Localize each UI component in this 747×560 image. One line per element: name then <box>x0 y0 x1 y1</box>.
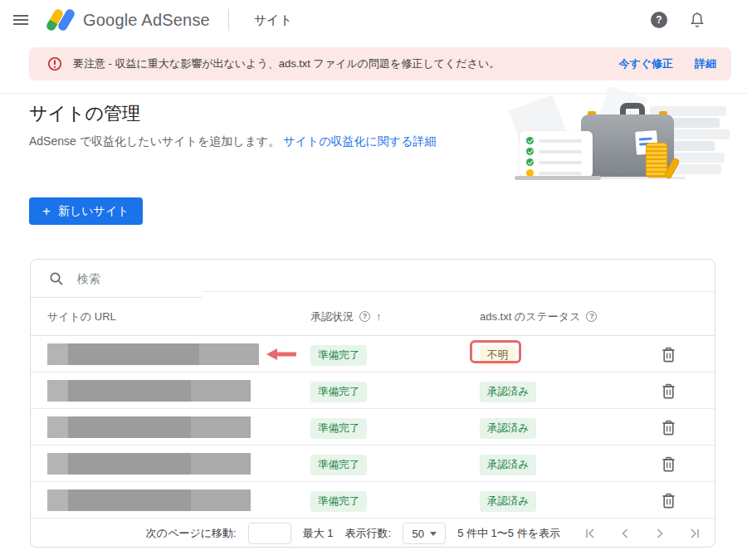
delete-site-button[interactable] <box>657 380 679 402</box>
redacted-url-block <box>47 489 251 511</box>
pagination-controls <box>582 525 703 542</box>
help-icon[interactable]: ? <box>651 12 667 28</box>
page-description-text: AdSense で収益化したいサイトを追加します。 <box>29 134 280 148</box>
column-header-url: サイトの URL <box>47 298 116 335</box>
notifications-bell-icon[interactable] <box>689 12 706 29</box>
annotation-arrow-icon <box>265 348 296 361</box>
sites-illustration <box>521 93 735 180</box>
search-input[interactable] <box>76 271 715 286</box>
trash-icon <box>662 420 676 436</box>
previous-page-button[interactable] <box>617 525 633 542</box>
warning-icon <box>47 56 62 71</box>
details-link[interactable]: 詳細 <box>695 56 716 71</box>
alert-message: 要注意 - 収益に重大な影響が出ないよう、ads.txt ファイルの問題を修正し… <box>73 56 500 71</box>
table-row: 準備完了 承認済み <box>31 482 715 519</box>
search-icon <box>49 271 64 286</box>
page-title: サイトの管理 <box>29 101 140 126</box>
table-row: 準備完了 承認済み <box>31 446 715 482</box>
trash-icon <box>662 493 676 509</box>
fix-now-link[interactable]: 今すぐ修正 <box>618 56 673 71</box>
table-search-row <box>31 260 715 298</box>
adstxt-status-chip: 承認済み <box>480 455 536 475</box>
coin-stack <box>646 143 667 178</box>
laptop-base <box>515 176 601 180</box>
column-help-icon[interactable]: ? <box>586 311 597 322</box>
delete-site-button[interactable] <box>657 416 679 438</box>
redacted-url-block <box>47 380 251 402</box>
pagination-range-label: 5 件中 1〜5 件を表示 <box>457 526 560 541</box>
adstxt-status-chip: 承認済み <box>480 418 536 439</box>
approval-status-chip: 準備完了 <box>310 418 367 439</box>
adstxt-alert-banner: 要注意 - 収益に重大な影響が出ないよう、ads.txt ファイルの問題を修正し… <box>29 47 731 80</box>
table-header-row: サイトの URL 承認状況 ? ↑ ads.txt のステータス ? <box>31 298 715 336</box>
approval-status-chip: 準備完了 <box>310 455 367 475</box>
delete-site-button[interactable] <box>657 489 679 511</box>
app-bar: Google AdSense サイト ? <box>0 0 747 40</box>
redacted-url-block <box>47 453 251 475</box>
redacted-url-block <box>47 416 251 438</box>
rows-per-page-label: 表示行数: <box>345 526 392 541</box>
table-footer: 次のページに移動: 最大 1 表示行数: 50 5 件中 1〜5 件を表示 <box>31 519 715 548</box>
redacted-url-block <box>47 343 259 365</box>
column-header-adstxt: ads.txt のステータス ? <box>480 298 597 335</box>
approval-status-chip: 準備完了 <box>310 491 367 512</box>
delete-site-button[interactable] <box>657 343 679 365</box>
monetization-help-link[interactable]: サイトの収益化に関する詳細 <box>283 134 436 148</box>
table-body: 準備完了 不明 準備完了 承認済み <box>31 336 715 519</box>
adstxt-status-chip: 承認済み <box>480 382 536 402</box>
trash-icon <box>662 383 676 399</box>
brand-title[interactable]: Google AdSense <box>83 11 210 30</box>
adsense-logo-icon[interactable] <box>46 7 75 32</box>
chevron-right-icon <box>653 527 666 540</box>
plus-icon: + <box>42 204 51 218</box>
trash-icon <box>662 456 676 472</box>
menu-icon[interactable] <box>13 15 28 25</box>
last-page-button[interactable] <box>686 525 703 542</box>
caret-down-icon <box>430 532 437 536</box>
next-page-button[interactable] <box>652 525 668 542</box>
goto-page-input[interactable] <box>248 523 291 544</box>
new-site-button-label: 新しいサイト <box>58 204 129 219</box>
new-site-button[interactable]: + 新しいサイト <box>29 197 143 225</box>
first-page-icon <box>583 527 597 540</box>
trash-icon <box>662 347 676 363</box>
adstxt-status-chip: 承認済み <box>480 491 536 512</box>
approval-status-chip: 準備完了 <box>310 345 367 366</box>
rows-per-page-select[interactable]: 50 <box>403 523 446 544</box>
table-row: 準備完了 承認済み <box>31 373 715 409</box>
sort-ascending-icon: ↑ <box>376 298 382 336</box>
sites-table-card: サイトの URL 承認状況 ? ↑ ads.txt のステータス ? 準備完了 … <box>30 259 715 548</box>
last-page-icon <box>688 527 701 540</box>
delete-site-button[interactable] <box>657 453 679 475</box>
max-page-label: 最大 1 <box>303 526 334 541</box>
chevron-left-icon <box>618 527 632 540</box>
table-row: 準備完了 承認済み <box>31 409 715 446</box>
topbar-divider <box>228 9 229 31</box>
checklist-card <box>520 131 593 178</box>
redaction-patch <box>203 291 715 298</box>
current-section-label: サイト <box>254 12 292 28</box>
annotation-highlight-box <box>470 340 521 363</box>
goto-page-label: 次のページに移動: <box>146 526 237 541</box>
approval-status-chip: 準備完了 <box>310 382 367 402</box>
column-header-approval[interactable]: 承認状況 ? ↑ <box>310 298 382 335</box>
first-page-button[interactable] <box>582 525 598 542</box>
table-row: 準備完了 不明 <box>31 336 715 373</box>
column-help-icon[interactable]: ? <box>359 311 370 322</box>
page-description: AdSense で収益化したいサイトを追加します。 サイトの収益化に関する詳細 <box>29 134 437 149</box>
